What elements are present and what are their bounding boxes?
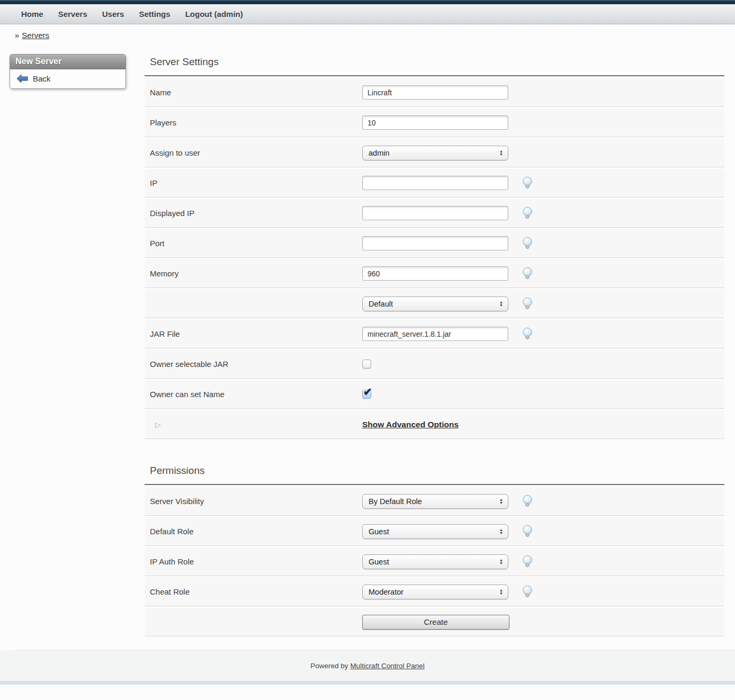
help-bulb-icon[interactable] [522,327,533,340]
owner-selectable-jar-label: Owner selectable JAR [145,360,362,369]
jar-file-input[interactable] [362,327,508,341]
nav-item-users[interactable]: Users [95,10,132,19]
ip-auth-role-selected-value: Guest [369,558,389,566]
row-owner-selectable-jar: Owner selectable JAR [145,350,724,379]
new-server-panel: New Server Back [10,54,126,89]
footer: Powered by Multicraft Control Panel [0,650,735,681]
row-ip: IP [145,169,724,198]
jar-file-label: JAR File [145,329,362,338]
assign-to-user-field: admin▲▼ [362,146,508,160]
row-server-visibility: Server VisibilityBy Default Role▲▼ [145,487,724,516]
breadcrumb-servers-link[interactable]: Servers [22,31,49,40]
select-arrows-icon: ▲▼ [499,528,503,535]
create-button[interactable]: Create [362,615,509,630]
memory-input[interactable] [362,266,508,281]
assign-to-user-selected-value: admin [369,149,390,157]
players-label: Players [145,118,362,127]
select-arrows-icon: ▲▼ [499,498,503,505]
memory-label: Memory [145,269,362,278]
help-bulb-icon[interactable] [522,555,533,568]
main-area: New Server Back Ser [0,42,735,638]
section-rule [145,484,724,485]
create-field: Create [362,615,509,630]
server-visibility-select[interactable]: By Default Role▲▼ [362,494,508,509]
row-assign-to-user: Assign to useradmin▲▼ [145,139,724,167]
nav-item-logout[interactable]: Logout (admin) [178,10,250,19]
server-settings-heading: Server Settings [145,56,724,68]
disclosure-triangle-icon[interactable]: ▷ [150,420,161,429]
server-visibility-selected-value: By Default Role [369,497,422,506]
default-option-field: Default▲▼ [362,297,533,311]
displayed-ip-label: Displayed IP [145,209,362,218]
name-field [362,85,508,100]
port-input[interactable] [362,236,508,250]
owner-selectable-jar-field [362,360,371,369]
assign-to-user-select[interactable]: admin▲▼ [362,146,508,160]
name-input[interactable] [362,85,508,100]
multicraft-link[interactable]: Multicraft Control Panel [350,662,424,670]
breadcrumb-arrow: » [15,31,19,40]
show-advanced-options-label: ▷ [145,420,362,429]
row-jar-file: JAR File [145,320,724,348]
select-arrows-icon: ▲▼ [499,301,503,307]
help-bulb-icon[interactable] [522,237,533,250]
help-bulb-icon[interactable] [522,525,533,538]
owner-selectable-jar-checkbox[interactable] [362,360,371,369]
help-bulb-icon[interactable] [522,207,533,220]
displayed-ip-input[interactable] [362,206,508,220]
row-create: Create [145,608,724,636]
permissions-form: Server VisibilityBy Default Role▲▼Defaul… [145,487,724,636]
row-owner-can-set-name: Owner can set Name [145,380,724,409]
panel-title: New Server [10,55,126,69]
help-bulb-icon[interactable] [522,495,533,508]
ip-input[interactable] [362,176,508,190]
back-button-label: Back [33,74,50,83]
row-ip-auth-role: IP Auth RoleGuest▲▼ [145,548,724,576]
show-advanced-options-link[interactable]: Show Advanced Options [362,420,459,429]
select-arrows-icon: ▲▼ [499,150,503,156]
select-arrows-icon: ▲▼ [499,559,503,565]
players-input[interactable] [362,115,508,130]
default-option-selected-value: Default [369,300,393,308]
help-bulb-icon[interactable] [522,267,533,280]
permissions-heading: Permissions [145,465,724,477]
back-button[interactable]: Back [10,69,126,88]
cheat-role-selected-value: Moderator [369,588,404,596]
owner-can-set-name-checkbox[interactable] [362,390,371,399]
assign-to-user-label: Assign to user [145,148,362,157]
cheat-role-label: Cheat Role [145,587,362,596]
row-displayed-ip: Displayed IP [145,199,724,228]
ip-label: IP [145,178,362,187]
memory-field [362,266,533,281]
sidebar: New Server Back [10,54,126,89]
default-role-select[interactable]: Guest▲▼ [362,524,508,539]
back-arrow-icon [16,74,28,83]
ip-auth-role-label: IP Auth Role [145,557,362,566]
nav-item-settings[interactable]: Settings [131,10,177,19]
server-settings-form: NamePlayersAssign to useradmin▲▼IPDispla… [145,78,724,439]
nav-item-servers[interactable]: Servers [51,10,95,19]
default-option-select[interactable]: Default▲▼ [362,297,508,311]
default-role-label: Default Role [145,527,362,536]
default-role-field: Guest▲▼ [362,524,533,539]
default-role-selected-value: Guest [369,527,389,536]
help-bulb-icon[interactable] [522,176,533,190]
row-cheat-role: Cheat RoleModerator▲▼ [145,578,724,606]
help-bulb-icon[interactable] [522,297,533,310]
owner-can-set-name-field [362,390,371,399]
ip-auth-role-select[interactable]: Guest▲▼ [362,554,508,569]
server-visibility-field: By Default Role▲▼ [362,494,533,509]
section-rule [145,75,724,76]
select-arrows-icon: ▲▼ [499,589,503,595]
help-bulb-icon[interactable] [522,585,533,598]
top-accent-bar [0,0,735,4]
cheat-role-field: Moderator▲▼ [362,585,533,599]
cheat-role-select[interactable]: Moderator▲▼ [362,585,508,599]
ip-field [362,176,533,190]
server-visibility-label: Server Visibility [145,497,362,506]
content: Server Settings NamePlayersAssign to use… [145,43,724,638]
row-players: Players [145,109,724,137]
row-port: Port [145,229,724,258]
port-label: Port [145,239,362,248]
nav-item-home[interactable]: Home [14,10,51,19]
